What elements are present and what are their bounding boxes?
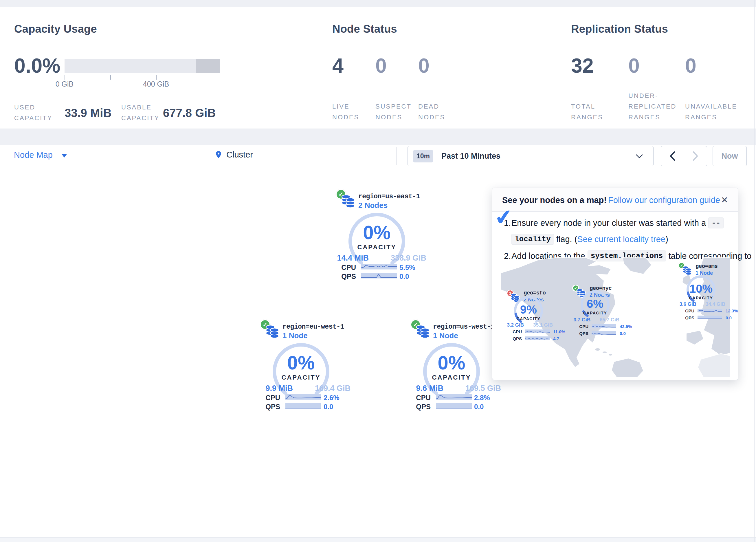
region-title: region=us-east-1 (358, 193, 420, 200)
gauge-percent: 10% (672, 283, 730, 295)
capacity-bar-used-segment (196, 59, 220, 73)
popup-step-1-line-2: locality flag. ( See current locality tr… (511, 234, 668, 245)
cpu-value: 2.8% (474, 394, 503, 402)
node-status-heading: Node Status (332, 23, 397, 35)
qps-sparkline (436, 402, 472, 410)
summary-panel: Capacity Usage 0.0% 0 GiB 400 GiB USED C… (0, 7, 756, 129)
bar-tick-label-400: 400 GiB (136, 80, 176, 88)
view-mode-dropdown[interactable]: Node Map (14, 150, 67, 160)
landmass-island (595, 348, 601, 351)
popup-title: See your nodes on a map! (502, 195, 607, 205)
qps-label: QPS (571, 331, 588, 336)
popup-header: See your nodes on a map! Follow our conf… (492, 188, 738, 212)
toolbar-divider (396, 147, 397, 165)
cpu-value: 5.5% (399, 263, 428, 272)
bar-tick (65, 75, 65, 80)
used-value: 3.2 GiB (489, 322, 524, 328)
chevron-left-icon (669, 151, 676, 161)
region-nodes-link[interactable]: 2 Nodes (358, 201, 388, 210)
cluster-overview-screen: Capacity Usage 0.0% 0 GiB 400 GiB USED C… (0, 0, 756, 542)
cpu-sparkline (525, 329, 550, 334)
cpu-label: CPU (263, 394, 280, 402)
total-value: 169.5 GiB (465, 384, 512, 393)
time-forward-button[interactable] (684, 146, 707, 166)
bar-tick (156, 75, 157, 80)
gauge-capacity-label: CAPACITY (408, 374, 495, 381)
suspect-nodes-value: 0 (375, 56, 387, 76)
geo-title: geo=ams (696, 263, 718, 269)
qps-value: 4.7 (553, 336, 576, 341)
cpu-sparkline (436, 393, 472, 401)
popup-step-1-line-1: 1. Ensure every node in your cluster was… (504, 217, 726, 228)
qps-label: QPS (339, 273, 356, 281)
under-replicated-ranges-label: UNDER- REPLICATED RANGES (628, 90, 677, 122)
cpu-label: CPU (677, 308, 694, 313)
time-range-select[interactable]: 10m Past 10 Minutes (408, 146, 654, 166)
qps-sparkline (525, 336, 550, 341)
code-chip: locality (511, 234, 554, 245)
chevron-right-icon (692, 151, 699, 161)
time-range-label: Past 10 Minutes (441, 152, 500, 161)
time-back-button[interactable] (661, 146, 684, 166)
now-button[interactable]: Now (713, 146, 747, 166)
time-range-badge: 10m (413, 150, 433, 162)
total-value: 34.4 GiB (706, 302, 743, 307)
qps-value: 0.0 (726, 315, 749, 320)
big-check-icon: ✔ (493, 204, 514, 230)
gauge-capacity-label: CAPACITY (672, 296, 730, 300)
used-capacity-value: 33.9 MiB (65, 106, 111, 120)
dead-nodes-value: 0 (418, 56, 430, 76)
bar-tick-label-0: 0 GiB (44, 80, 85, 88)
map-pin-icon (214, 149, 223, 160)
qps-sparkline (698, 315, 722, 320)
region-nodes-link[interactable]: 1 Node (282, 331, 308, 340)
qps-label: QPS (504, 336, 522, 341)
total-ranges-label: TOTAL RANGES (571, 101, 603, 122)
chevron-down-icon (635, 154, 643, 159)
cpu-sparkline (361, 263, 397, 270)
dead-nodes-label: DEAD NODES (418, 101, 445, 122)
landmass-island (602, 351, 607, 354)
close-icon[interactable]: ✕ (721, 195, 728, 205)
breadcrumb[interactable]: Cluster (214, 149, 253, 160)
gauge-capacity-label: CAPACITY (500, 317, 557, 321)
used-value: 9.9 MiB (249, 384, 293, 393)
qps-value: 0.0 (620, 331, 643, 336)
qps-sparkline (592, 331, 616, 336)
qps-label: QPS (413, 403, 431, 411)
footer-strip (0, 537, 756, 542)
database-nodes-icon[interactable] (416, 325, 430, 339)
usable-capacity-value: 677.8 GiB (163, 106, 216, 120)
database-nodes-icon[interactable] (265, 325, 280, 339)
region-nodes-link[interactable]: 1 Node (433, 331, 458, 340)
qps-value: 0.0 (474, 403, 503, 411)
region-title: region=us-west-1 (433, 323, 495, 331)
capacity-percent: 0.0% (14, 56, 60, 76)
total-value: 35.1 GiB (533, 322, 571, 328)
code-chip: -- (708, 217, 724, 228)
gauge-percent: 9% (500, 304, 557, 315)
qps-sparkline (285, 402, 321, 410)
locality-tree-link[interactable]: See current locality tree (577, 234, 665, 244)
total-ranges-value: 32 (571, 56, 594, 76)
landmass-africa (698, 354, 730, 378)
landmass-island (608, 354, 612, 356)
qps-label: QPS (263, 403, 280, 411)
suspect-nodes-label: SUSPECT NODES (375, 101, 412, 122)
page-right-border (754, 0, 755, 542)
bar-tick (202, 75, 202, 80)
cpu-sparkline (592, 324, 616, 329)
cpu-value: 42.5% (620, 324, 643, 329)
breadcrumb-label: Cluster (226, 150, 253, 159)
unavailable-ranges-value: 0 (685, 56, 696, 76)
cpu-label: CPU (339, 263, 356, 272)
gauge-percent: 0% (333, 223, 420, 242)
database-nodes-icon[interactable] (341, 194, 355, 209)
cpu-value: 2.6% (324, 394, 353, 402)
cpu-label: CPU (504, 329, 522, 334)
toolbar: Node Map Cluster 10m Past 10 Minutes (0, 145, 756, 167)
live-nodes-label: LIVE NODES (332, 101, 359, 122)
gauge-capacity-label: CAPACITY (566, 311, 624, 315)
configuration-guide-link[interactable]: Follow our configuration guide (608, 195, 720, 205)
gauge-percent: 6% (566, 298, 624, 310)
